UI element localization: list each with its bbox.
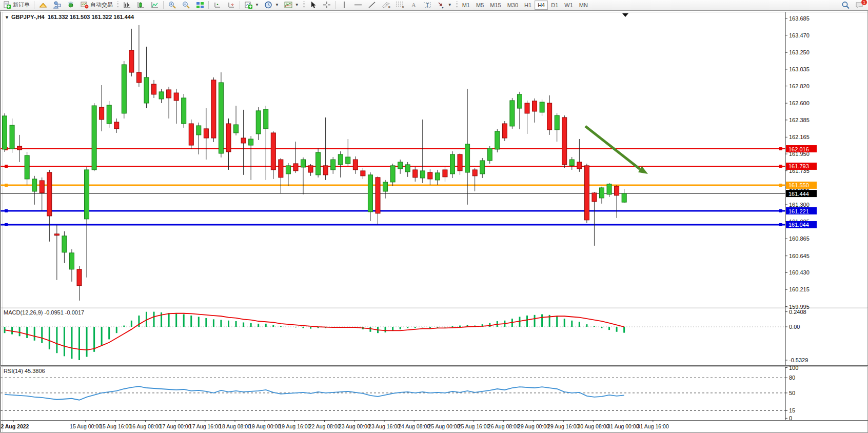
candle-body[interactable] <box>458 154 462 171</box>
candle-body[interactable] <box>502 124 507 138</box>
timeframe-button-w1[interactable]: W1 <box>561 1 576 10</box>
candle-body[interactable] <box>555 115 559 130</box>
candle-body[interactable] <box>308 166 313 172</box>
candle-body[interactable] <box>77 269 82 286</box>
candle-body[interactable] <box>376 178 380 213</box>
candle-body[interactable] <box>525 103 529 113</box>
candle-body[interactable] <box>331 160 336 170</box>
candle-body[interactable] <box>435 173 440 180</box>
candle-body[interactable] <box>54 234 59 235</box>
candle-body[interactable] <box>182 98 186 124</box>
candle-body[interactable] <box>167 90 171 98</box>
bar-chart-mode-button[interactable] <box>120 1 134 10</box>
candle-body[interactable] <box>174 93 179 101</box>
time-axis-label[interactable]: 26 Aug 08:00 <box>488 423 520 429</box>
timeframe-button-m5[interactable]: M5 <box>473 1 487 10</box>
auto-scroll-button[interactable] <box>224 1 238 10</box>
new-order-button[interactable]: 新订单 <box>0 1 32 10</box>
time-axis-label[interactable]: 22 Aug 08:00 <box>309 423 341 429</box>
candle-body[interactable] <box>607 184 611 194</box>
candle-body[interactable] <box>547 103 552 130</box>
candle-body[interactable] <box>3 116 7 149</box>
candle-body[interactable] <box>316 152 321 175</box>
candle-body[interactable] <box>592 193 597 202</box>
candle-body[interactable] <box>85 170 89 219</box>
candle-body[interactable] <box>144 77 149 103</box>
candle-body[interactable] <box>234 125 239 133</box>
time-axis-label[interactable]: 12 Aug 2022 <box>1 423 29 429</box>
line-anchor-handle[interactable] <box>779 223 782 226</box>
candle-body[interactable] <box>219 83 223 153</box>
candle-body[interactable] <box>577 162 582 169</box>
candle-body[interactable] <box>92 106 96 170</box>
time-axis-label[interactable]: 17 Aug 16:00 <box>189 423 221 429</box>
candle-body[interactable] <box>107 105 111 124</box>
candle-body[interactable] <box>241 138 246 143</box>
candle-body[interactable] <box>47 172 52 216</box>
timeframe-button-m30[interactable]: M30 <box>504 1 521 10</box>
channel-tool-button[interactable]: E <box>379 1 393 10</box>
candle-body[interactable] <box>600 188 604 198</box>
candle-body[interactable] <box>204 129 208 138</box>
time-axis-label[interactable]: 18 Aug 08:00 <box>219 423 251 429</box>
timeframe-button-h4[interactable]: H4 <box>535 1 548 10</box>
candle-body[interactable] <box>510 101 515 126</box>
trend-arrow-annotation[interactable] <box>585 126 640 169</box>
line-anchor-handle[interactable] <box>779 165 782 168</box>
candle-body[interactable] <box>40 181 44 193</box>
candle-body[interactable] <box>301 160 306 167</box>
candle-body[interactable] <box>129 50 134 72</box>
data-window-button[interactable] <box>50 1 64 10</box>
candle-body[interactable] <box>249 139 253 145</box>
candle-body[interactable] <box>413 170 418 178</box>
candle-body[interactable] <box>136 72 141 83</box>
candle-body[interactable] <box>293 164 298 171</box>
hline-tool-button[interactable] <box>351 1 365 10</box>
candle-body[interactable] <box>10 125 14 149</box>
vline-tool-button[interactable] <box>338 1 351 10</box>
time-axis-label[interactable]: 17 Aug 00:00 <box>160 423 191 429</box>
timeframe-button-mn[interactable]: MN <box>576 1 591 10</box>
candle-body[interactable] <box>323 166 328 175</box>
candle-body[interactable] <box>17 146 22 150</box>
candle-body[interactable] <box>286 166 290 174</box>
tile-windows-button[interactable] <box>193 1 207 10</box>
search-icon[interactable] <box>841 1 850 9</box>
time-axis-label[interactable]: 25 Aug 16:00 <box>458 423 490 429</box>
candle-body[interactable] <box>569 160 574 166</box>
candle-body[interactable] <box>279 160 283 178</box>
candle-body[interactable] <box>32 179 37 191</box>
candle-body[interactable] <box>472 170 477 176</box>
candle-body[interactable] <box>398 162 403 169</box>
candle-body[interactable] <box>615 186 619 195</box>
time-axis-label[interactable]: 25 Aug 00:00 <box>428 423 460 429</box>
candle-body[interactable] <box>159 92 164 99</box>
candle-body[interactable] <box>114 122 119 129</box>
candle-body[interactable] <box>584 166 589 220</box>
candle-body[interactable] <box>69 253 74 269</box>
timeframe-button-h1[interactable]: H1 <box>521 1 535 10</box>
candle-body[interactable] <box>361 171 365 176</box>
line-anchor-handle[interactable] <box>779 147 782 150</box>
time-axis-label[interactable]: 23 Aug 00:00 <box>339 423 370 429</box>
candle-body[interactable] <box>368 175 372 212</box>
time-axis-label[interactable]: 16 Aug 08:00 <box>129 423 161 429</box>
candle-body[interactable] <box>152 84 156 94</box>
candle-body[interactable] <box>62 236 67 252</box>
zoom-in-button[interactable] <box>165 1 179 10</box>
candle-body[interactable] <box>100 107 104 120</box>
candle-body[interactable] <box>271 133 275 170</box>
line-anchor-handle[interactable] <box>5 223 8 226</box>
time-axis-label[interactable]: 19 Aug 16:00 <box>279 423 310 429</box>
candle-body[interactable] <box>622 193 626 202</box>
toolbar-grip[interactable] <box>456 1 458 9</box>
line-anchor-handle[interactable] <box>5 209 8 212</box>
candle-body[interactable] <box>495 131 500 149</box>
candle-body[interactable] <box>383 182 388 191</box>
time-axis-label[interactable]: 29 Aug 00:00 <box>518 423 549 429</box>
candle-body[interactable] <box>532 101 537 111</box>
line-anchor-handle[interactable] <box>5 184 8 187</box>
candlestick-mode-button[interactable] <box>134 1 148 10</box>
chart-canvas[interactable]: 163.685163.470163.250163.035162.820162.6… <box>1 11 868 433</box>
candle-body[interactable] <box>211 80 216 138</box>
